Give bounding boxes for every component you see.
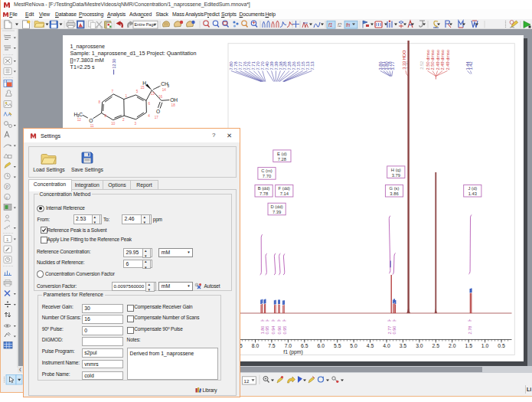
- svg-text:12: 12: [77, 118, 82, 122]
- svg-text:5: 5: [136, 90, 139, 93]
- svg-text:E (d): E (d): [277, 152, 287, 156]
- svg-text:H: H: [142, 80, 146, 86]
- svg-text:Entire Page: Entire Page: [135, 22, 156, 27]
- svg-text:f1 (ppm): f1 (ppm): [283, 349, 302, 355]
- svg-text:O: O: [89, 118, 93, 123]
- svg-text:5.0: 5.0: [350, 343, 357, 348]
- svg-text:G (s): G (s): [390, 186, 400, 191]
- svg-text:fn: fn: [346, 22, 351, 28]
- svg-text:7.28: 7.28: [278, 157, 286, 162]
- svg-text:15: 15: [140, 86, 145, 90]
- svg-text:7.70: 7.70: [263, 174, 271, 178]
- svg-text:2.78: 2.78: [468, 326, 472, 335]
- svg-text:14: 14: [162, 88, 167, 92]
- svg-text:1.43: 1.43: [468, 191, 477, 196]
- svg-text:10: 10: [111, 122, 116, 126]
- svg-text:7.0: 7.0: [285, 343, 292, 348]
- svg-text:0.95: 0.95: [265, 326, 269, 335]
- svg-text:OH: OH: [170, 97, 178, 103]
- svg-text:6.0: 6.0: [317, 343, 325, 348]
- svg-text:4.5: 4.5: [367, 343, 374, 348]
- svg-text:C (m): C (m): [261, 168, 273, 173]
- svg-text:17: 17: [155, 116, 159, 119]
- svg-text:c: c: [6, 195, 8, 200]
- svg-text:12.30: 12.30: [112, 58, 116, 68]
- svg-text:7.5: 7.5: [268, 343, 276, 348]
- svg-text:f1: f1: [328, 22, 333, 28]
- svg-text:f2: f2: [338, 22, 342, 28]
- svg-text:2.49 dmso: 2.49 dmso: [436, 50, 440, 70]
- svg-text:C: C: [79, 112, 83, 117]
- svg-text:2.49 dmso: 2.49 dmso: [440, 50, 445, 70]
- svg-text:13: 13: [151, 92, 155, 96]
- svg-text:8: 8: [99, 100, 101, 104]
- svg-text:0.94: 0.94: [271, 326, 276, 335]
- svg-text:3.5: 3.5: [400, 343, 407, 348]
- svg-text:3.77: 3.77: [390, 61, 395, 70]
- svg-text:4: 4: [148, 114, 150, 118]
- svg-text:12: 12: [244, 378, 250, 384]
- svg-text:6: 6: [148, 102, 150, 106]
- svg-text:2.77: 2.77: [387, 326, 392, 335]
- svg-text:3.79: 3.79: [392, 173, 400, 178]
- svg-text:6.5: 6.5: [301, 343, 308, 348]
- svg-text:2.49 dmso: 2.49 dmso: [446, 50, 450, 70]
- svg-text:1.5: 1.5: [465, 343, 472, 348]
- svg-text:T1=2.25 s: T1=2.25 s: [70, 64, 96, 70]
- svg-text:7.39: 7.39: [273, 210, 281, 214]
- svg-text:1.0: 1.0: [481, 343, 489, 348]
- svg-text:7.78: 7.78: [259, 191, 268, 196]
- svg-text:1_naprossene: 1_naprossene: [70, 43, 106, 50]
- svg-text:Sample: 1_naprossene_d1_15 Pr: Sample: 1_naprossene_d1_15 Project: Quan…: [70, 50, 197, 57]
- svg-text:4.0: 4.0: [383, 343, 390, 348]
- svg-text:J (d): J (d): [468, 186, 477, 191]
- svg-text:0.5: 0.5: [498, 343, 505, 348]
- svg-text:5.5: 5.5: [334, 343, 341, 348]
- svg-text:0.96: 0.96: [277, 326, 282, 335]
- svg-text:2.0: 2.0: [449, 343, 456, 348]
- svg-text:F (dd): F (dd): [279, 186, 291, 191]
- svg-text:2.52: 2.52: [419, 61, 424, 70]
- svg-text:7.13: 7.13: [310, 61, 315, 70]
- svg-text:3.86: 3.86: [390, 191, 398, 196]
- svg-text:18: 18: [171, 103, 176, 107]
- svg-text:3.0: 3.0: [416, 343, 423, 348]
- svg-text:7: 7: [111, 90, 113, 93]
- svg-text:H (q): H (q): [391, 168, 401, 172]
- svg-text:2.5: 2.5: [432, 343, 440, 348]
- svg-text:1.42: 1.42: [468, 61, 473, 70]
- svg-text:8.0: 8.0: [252, 343, 259, 348]
- svg-text:P: P: [6, 185, 9, 189]
- svg-text:9: 9: [104, 114, 106, 118]
- svg-text:16: 16: [158, 95, 163, 99]
- svg-text:3: 3: [135, 122, 137, 126]
- svg-text:1: 1: [126, 94, 128, 98]
- svg-text:0.96: 0.96: [392, 326, 397, 335]
- svg-text:0.95: 0.95: [282, 326, 287, 335]
- svg-text:2.50 dmso: 2.50 dmso: [430, 50, 435, 70]
- svg-text:7.14: 7.14: [280, 191, 289, 196]
- svg-text:2: 2: [122, 118, 125, 122]
- svg-text:1.86: 1.86: [260, 326, 265, 335]
- svg-text:[]=7.3803 mM: []=7.3803 mM: [70, 57, 104, 64]
- svg-text:O: O: [156, 109, 160, 114]
- svg-text:D (dd): D (dd): [271, 204, 283, 209]
- svg-text:3: 3: [167, 84, 169, 88]
- svg-text:2.50 dmso: 2.50 dmso: [426, 50, 430, 70]
- svg-text:B (dd): B (dd): [258, 186, 270, 191]
